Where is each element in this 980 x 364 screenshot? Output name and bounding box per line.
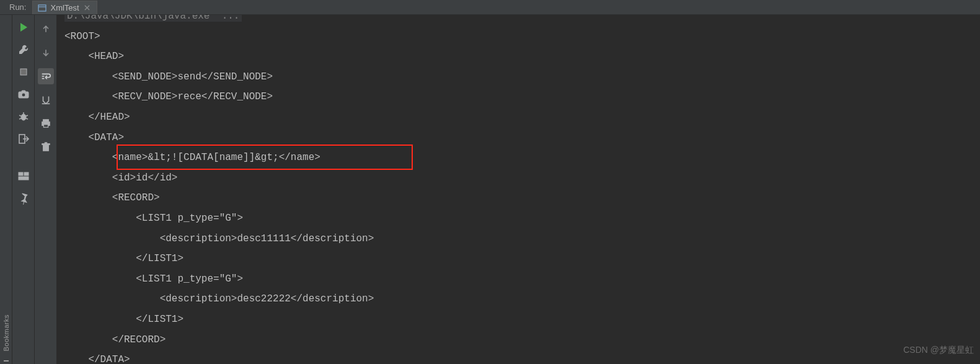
svg-rect-17 [19, 172, 23, 175]
svg-rect-0 [38, 5, 46, 11]
console-line: </LIST1> [64, 249, 980, 269]
svg-rect-6 [20, 69, 27, 75]
console-line: </DATA> [64, 350, 980, 364]
watermark: CSDN @梦魔星虹 [903, 340, 974, 360]
bookmarks-strip[interactable]: Bookmarks [0, 15, 12, 364]
svg-rect-23 [43, 125, 48, 128]
svg-point-10 [21, 114, 26, 120]
console-line: </RECORD> [64, 330, 980, 350]
pin-icon[interactable] [17, 192, 30, 205]
svg-line-13 [26, 115, 28, 116]
run-tab-xmltest[interactable]: XmlTest [32, 1, 97, 14]
wrench-icon[interactable] [17, 43, 30, 56]
run-topbar: Run: XmlTest [0, 0, 980, 15]
svg-rect-4 [4, 360, 9, 362]
stop-icon[interactable] [17, 66, 30, 78]
svg-rect-18 [24, 172, 29, 175]
bookmarks-label: Bookmarks [2, 314, 10, 352]
svg-rect-26 [45, 143, 47, 144]
soft-wrap-icon[interactable] [38, 68, 54, 84]
collapse-icon[interactable] [3, 355, 9, 362]
arrow-down-icon[interactable] [38, 45, 54, 61]
console-line: <LIST1 p_type="G"> [64, 208, 980, 229]
console-line: <SEND_NODE>send</SEND_NODE> [64, 67, 980, 87]
console-line: <HEAD> [64, 47, 980, 67]
console-line: <name>&lt;![CDATA[name]]&gt;</name> [64, 148, 980, 168]
console-line: D:\Java\JDK\bin\java.exe ... [64, 15, 980, 27]
run-label: Run: [0, 0, 32, 14]
application-icon [38, 4, 46, 12]
console-line: <RECORD> [64, 188, 980, 208]
console-line: <RECV_NODE>rece</RECV_NODE> [64, 87, 980, 107]
console-line: </LIST1> [64, 309, 980, 330]
svg-line-15 [26, 118, 28, 119]
console-line: <ROOT> [64, 27, 980, 47]
print-icon[interactable] [38, 115, 54, 131]
svg-rect-8 [22, 91, 25, 92]
svg-point-9 [22, 93, 25, 97]
run-tab-label: XmlTest [50, 3, 79, 12]
svg-rect-24 [43, 144, 48, 151]
close-icon[interactable] [83, 4, 92, 12]
svg-line-14 [19, 118, 21, 119]
svg-marker-5 [20, 23, 27, 32]
rerun-icon[interactable] [17, 21, 30, 33]
arrow-up-icon[interactable] [38, 21, 54, 37]
bug-icon[interactable] [17, 110, 30, 123]
exit-icon[interactable] [17, 133, 30, 145]
scroll-to-end-icon[interactable] [38, 92, 54, 108]
console-output[interactable]: D:\Java\JDK\bin\java.exe ...<ROOT> <HEAD… [57, 15, 980, 364]
console-line: <DATA> [64, 128, 980, 148]
svg-rect-19 [19, 177, 29, 180]
console-line: <description>desc22222</description> [64, 289, 980, 309]
camera-icon[interactable] [17, 88, 30, 100]
run-toolbar-primary [12, 15, 35, 364]
console-line: </HEAD> [64, 107, 980, 128]
layout-icon[interactable] [17, 170, 30, 182]
trash-icon[interactable] [38, 139, 54, 155]
run-toolbar-secondary [35, 15, 57, 364]
svg-rect-21 [43, 120, 48, 122]
svg-line-12 [19, 115, 21, 116]
console-line: <id>id</id> [64, 168, 980, 189]
console-line: <description>desc11111</description> [64, 229, 980, 249]
console-line: <LIST1 p_type="G"> [64, 269, 980, 290]
